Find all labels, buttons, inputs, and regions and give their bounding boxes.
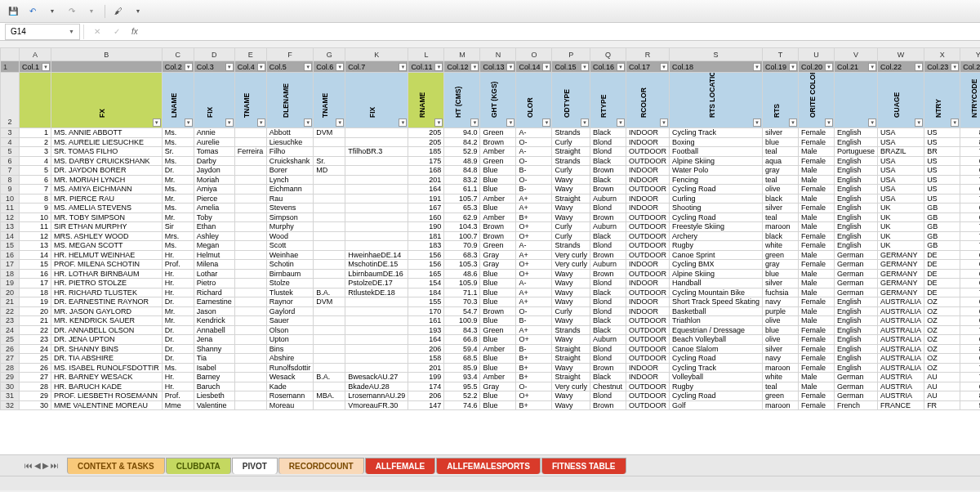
cell[interactable]: Male (799, 306, 835, 316)
field-header[interactable]: FIX▼ (194, 73, 234, 128)
cell[interactable]: Helmut (194, 250, 234, 260)
cell[interactable] (234, 204, 266, 213)
cell[interactable]: Male (799, 373, 835, 382)
cell[interactable] (234, 279, 266, 288)
cell[interactable]: Black (590, 325, 626, 335)
cell[interactable]: Blue (480, 316, 516, 326)
cell[interactable]: 205 (408, 128, 444, 138)
cell[interactable]: 62.9 (444, 212, 480, 222)
row-header[interactable]: 3 (1, 128, 20, 138)
cell[interactable]: 17 (20, 279, 51, 288)
table-header-cell[interactable]: Col.23▼ (924, 61, 960, 73)
field-header[interactable]: NTRYCODE▼ (960, 73, 980, 128)
cell[interactable]: Ashley (194, 231, 234, 241)
cell[interactable]: SIR ETHAN MURPHY (51, 222, 163, 232)
field-header[interactable]: DLENAME▼ (266, 73, 314, 128)
cell[interactable]: 205 (408, 137, 444, 147)
cell[interactable]: INDOOR (626, 137, 669, 147)
cell[interactable]: UK (878, 204, 924, 213)
cell[interactable]: 80.7 (960, 128, 980, 138)
cell[interactable]: DVM (314, 297, 345, 307)
cell[interactable]: Schotin (266, 260, 314, 270)
cell[interactable]: Weinhae (266, 250, 314, 260)
cell[interactable] (345, 241, 408, 251)
cell[interactable] (234, 231, 266, 241)
cell[interactable]: 64.6 (960, 335, 980, 345)
cell[interactable]: LbirnbaumDE.16 (345, 269, 408, 279)
cell[interactable]: English (835, 335, 878, 345)
cell[interactable] (345, 185, 408, 195)
cell[interactable]: Rosemann (266, 391, 314, 401)
cell[interactable]: US (924, 166, 960, 176)
table-header-cell[interactable]: Col.17▼ (626, 61, 669, 73)
cell[interactable]: Ms. (162, 156, 194, 166)
cell[interactable]: Male (799, 166, 835, 176)
filter-dropdown-icon[interactable]: ▼ (617, 63, 625, 71)
cell[interactable]: Wavy (552, 212, 590, 222)
cell[interactable]: 61.1 (444, 185, 480, 195)
cell[interactable]: Hr. (162, 373, 194, 382)
cell[interactable]: Amber (480, 194, 516, 204)
cell[interactable]: Alpine Skiing (669, 269, 762, 279)
column-header[interactable]: N (480, 48, 516, 61)
cell[interactable] (314, 204, 345, 213)
cell[interactable]: Borer (266, 166, 314, 176)
cell[interactable]: OUTDOOR (626, 212, 669, 222)
cell[interactable]: olive (763, 185, 799, 195)
cell[interactable]: USA (878, 156, 924, 166)
cell[interactable]: Ms. (162, 241, 194, 251)
select-all-corner[interactable] (1, 48, 20, 61)
cell[interactable] (314, 231, 345, 241)
cell[interactable]: Green (480, 241, 516, 251)
field-header[interactable]: OLOR▼ (516, 73, 552, 128)
row-header[interactable]: 23 (1, 316, 20, 326)
cell[interactable]: Stolze (266, 279, 314, 288)
cell[interactable]: Fencing (669, 175, 762, 185)
cell[interactable]: English (835, 325, 878, 335)
table-header-cell[interactable]: Col.3▼ (194, 61, 234, 73)
cell[interactable] (234, 194, 266, 204)
cell[interactable]: 65.7 (960, 204, 980, 213)
cell[interactable]: Curly (552, 137, 590, 147)
cell[interactable]: 26 (20, 363, 51, 373)
cell[interactable]: Liesuchke (266, 137, 314, 147)
cell[interactable]: Wavy (552, 363, 590, 373)
cell[interactable]: US (924, 194, 960, 204)
cell[interactable]: 6 (20, 175, 51, 185)
cell[interactable]: GERMANY (878, 279, 924, 288)
cell[interactable]: Blue (480, 354, 516, 364)
cell[interactable]: Female (799, 325, 835, 335)
cell[interactable]: Straight (552, 147, 590, 157)
cell[interactable]: 16 (20, 269, 51, 279)
filter-dropdown-icon[interactable]: ▼ (506, 119, 514, 127)
cell[interactable]: Ms. (162, 363, 194, 373)
cell[interactable]: Upton (266, 335, 314, 345)
sheet-tab[interactable]: ALLFEMALESPORTS (436, 458, 541, 474)
cell[interactable]: 199 (408, 373, 444, 382)
cell[interactable]: 161 (408, 316, 444, 326)
cell[interactable]: DR. JAYDON BORER (51, 166, 163, 176)
cell[interactable]: Tomas (194, 147, 234, 157)
cell[interactable]: Straight (552, 373, 590, 382)
field-header[interactable]: LNAME▼ (162, 73, 194, 128)
row-header[interactable]: 11 (1, 204, 20, 213)
cell[interactable] (314, 363, 345, 373)
cell[interactable]: Raynor (266, 297, 314, 307)
cell[interactable]: 193 (408, 325, 444, 335)
cell[interactable]: DR. TIA ABSHIRE (51, 354, 163, 364)
cell[interactable]: 105.9 (444, 279, 480, 288)
cell[interactable]: Blond (590, 344, 626, 354)
cell[interactable] (314, 194, 345, 204)
cell[interactable]: Annie (194, 128, 234, 138)
cell[interactable]: 68.5 (960, 382, 980, 391)
cell[interactable]: 191 (408, 194, 444, 204)
cell[interactable]: Hr. (162, 288, 194, 297)
cell[interactable]: 4 (20, 156, 51, 166)
cell[interactable] (314, 335, 345, 345)
cell[interactable]: Lynch (266, 175, 314, 185)
cell[interactable]: navy (763, 297, 799, 307)
cell[interactable]: Blond (590, 204, 626, 213)
cell[interactable]: Black (590, 128, 626, 138)
cell[interactable]: Auburn (590, 260, 626, 270)
cell[interactable]: O- (516, 306, 552, 316)
